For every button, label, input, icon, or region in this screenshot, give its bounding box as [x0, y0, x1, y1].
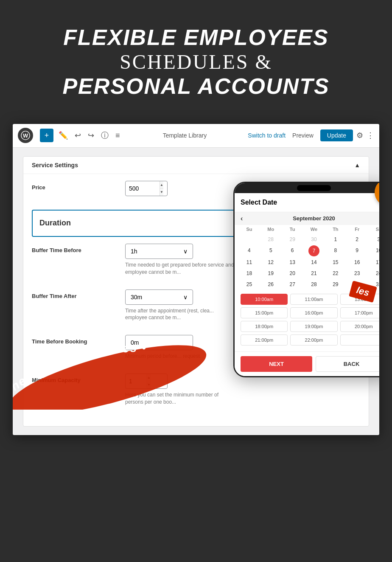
- cal-day[interactable]: 29: [282, 234, 303, 244]
- cal-day[interactable]: 25: [239, 279, 260, 289]
- calendar-next-button[interactable]: NEXT: [241, 356, 312, 372]
- min-booking-label: Time Before Booking: [32, 335, 125, 345]
- panel-header: Service Settings ▲: [23, 157, 369, 174]
- prev-month-button[interactable]: ‹: [241, 215, 243, 222]
- cal-day[interactable]: 8: [325, 245, 346, 256]
- calendar-weekdays: Su Mo Tu We Th Fr Sa: [235, 225, 379, 233]
- min-capacity-hint: Here you can set the minimum number of p…: [125, 391, 235, 406]
- cal-day[interactable]: 5: [260, 245, 281, 256]
- calendar-title: Select Date: [241, 199, 277, 206]
- cal-day[interactable]: 2: [347, 234, 367, 244]
- calendar-nav: ‹ September 2020 ›: [235, 212, 379, 225]
- buffer-before-select[interactable]: 1h ∨: [125, 244, 193, 259]
- info-button[interactable]: ⓘ: [99, 129, 110, 142]
- time-slot[interactable]: 22:00pm: [290, 334, 337, 346]
- wp-toolbar: W + ✏️ ↩ ↪ ⓘ ≡ Template Library Switch t…: [13, 124, 379, 148]
- cal-day[interactable]: 20: [282, 268, 303, 278]
- cal-day[interactable]: 4: [239, 245, 260, 256]
- time-row-4: 21:00pm 22:00pm: [241, 334, 379, 346]
- time-slot[interactable]: 20:00pm: [340, 321, 379, 332]
- cal-day[interactable]: 29: [325, 279, 346, 289]
- time-slot-empty: [340, 334, 379, 346]
- weekday-fr: Fr: [347, 227, 367, 232]
- cal-day[interactable]: [239, 234, 260, 244]
- time-row-2: 15:00pm 16:00pm 17:00pm: [241, 307, 379, 318]
- time-slot[interactable]: 18:00pm: [241, 321, 288, 332]
- min-capacity-decrement[interactable]: ▼: [147, 381, 151, 388]
- cal-day[interactable]: 30: [304, 234, 325, 244]
- weekday-mo: Mo: [260, 227, 281, 232]
- time-slot[interactable]: 17:00pm: [340, 307, 379, 318]
- cal-day[interactable]: 16: [347, 257, 367, 267]
- cal-day[interactable]: 22: [325, 268, 346, 278]
- min-capacity-row: Minimum Capacity ▲ ▼ Here you can set th…: [32, 374, 360, 413]
- min-capacity-increment[interactable]: ▲: [147, 374, 151, 382]
- more-options-icon[interactable]: ⋮: [367, 131, 374, 140]
- min-capacity-input[interactable]: [126, 376, 147, 386]
- time-slot[interactable]: 21:00pm: [241, 334, 288, 346]
- update-button[interactable]: Update: [320, 129, 353, 141]
- menu-button[interactable]: ≡: [114, 129, 122, 142]
- cal-day[interactable]: 19: [260, 268, 281, 278]
- time-slot[interactable]: 15:00pm: [241, 307, 288, 318]
- time-slot[interactable]: 11:00am: [290, 294, 337, 305]
- cal-day[interactable]: 13: [282, 257, 303, 267]
- price-spinners: ▲ ▼: [160, 181, 163, 196]
- cal-day[interactable]: 28: [260, 234, 281, 244]
- cal-day[interactable]: 23: [347, 268, 367, 278]
- buffer-before-hint: Time needed to get prepared before servi…: [125, 261, 235, 276]
- cal-day[interactable]: 21: [304, 268, 325, 278]
- cal-day[interactable]: 9: [347, 245, 367, 256]
- content-area: Service Settings ▲ Price ▲ ▼: [13, 148, 379, 435]
- gear-icon[interactable]: ⚙: [356, 131, 363, 140]
- cal-day[interactable]: 26: [260, 279, 281, 289]
- time-slot[interactable]: 10:00am: [241, 294, 288, 305]
- cal-day[interactable]: 18: [239, 268, 260, 278]
- cal-day-selected[interactable]: 7: [308, 245, 319, 256]
- min-booking-select[interactable]: 0m: [125, 335, 193, 350]
- cal-day[interactable]: 28: [304, 279, 325, 289]
- min-capacity-input-wrap: ▲ ▼: [125, 374, 168, 389]
- time-slots: 10:00am 11:00am 13:00am 15:00pm 16:00pm …: [235, 290, 379, 351]
- cal-day[interactable]: 24: [368, 268, 379, 278]
- panel-wrapper: Service Settings ▲ Price ▲ ▼: [23, 156, 369, 427]
- buffer-after-select[interactable]: 30m ∨: [125, 289, 193, 305]
- cal-day[interactable]: 14: [304, 257, 325, 267]
- cal-day[interactable]: 12: [260, 257, 281, 267]
- cal-day[interactable]: 11: [239, 257, 260, 267]
- cal-day[interactable]: 27: [282, 279, 303, 289]
- min-capacity-control: ▲ ▼ Here you can set the minimum number …: [125, 374, 360, 406]
- cal-day[interactable]: 3: [368, 234, 379, 244]
- cal-day[interactable]: 17: [368, 257, 379, 267]
- preview-button[interactable]: Preview: [292, 132, 314, 139]
- buffer-after-hint: Time after the appointment (rest, clea..…: [125, 307, 235, 322]
- calendar-header: Select Date ✕: [235, 193, 379, 212]
- template-library-label: Template Library: [125, 132, 245, 139]
- panel-collapse-icon[interactable]: ▲: [354, 162, 360, 169]
- cal-day[interactable]: 10: [368, 245, 379, 256]
- price-increment[interactable]: ▲: [160, 181, 163, 189]
- cal-day[interactable]: 15: [325, 257, 346, 267]
- cal-day[interactable]: 6: [282, 245, 303, 256]
- switch-to-draft-link[interactable]: Switch to draft: [248, 132, 286, 139]
- undo-button[interactable]: ↩: [73, 129, 83, 142]
- hero-line3: PERSONAL ACCOUNTS: [17, 74, 375, 98]
- phone-notch: [235, 183, 379, 193]
- price-decrement[interactable]: ▼: [160, 188, 163, 196]
- svg-text:W: W: [23, 132, 28, 139]
- panel-title: Service Settings: [32, 162, 78, 169]
- edit-icon-button[interactable]: ✏️: [57, 129, 70, 142]
- add-button[interactable]: +: [40, 129, 53, 142]
- buffer-before-value: 1h: [131, 248, 137, 255]
- min-booking-hint: Minimum period before... request.: [125, 353, 235, 360]
- weekday-th: Th: [325, 227, 346, 232]
- calendar-back-button[interactable]: BACK: [316, 356, 379, 372]
- redo-button[interactable]: ↪: [86, 129, 96, 142]
- price-input[interactable]: [126, 183, 160, 194]
- cal-day[interactable]: 1: [325, 234, 346, 244]
- min-capacity-label: Minimum Capacity: [32, 374, 125, 383]
- weekday-we: We: [304, 227, 325, 232]
- wordpress-logo: W: [18, 128, 33, 143]
- time-slot[interactable]: 16:00pm: [290, 307, 337, 318]
- time-slot[interactable]: 19:00pm: [290, 321, 337, 332]
